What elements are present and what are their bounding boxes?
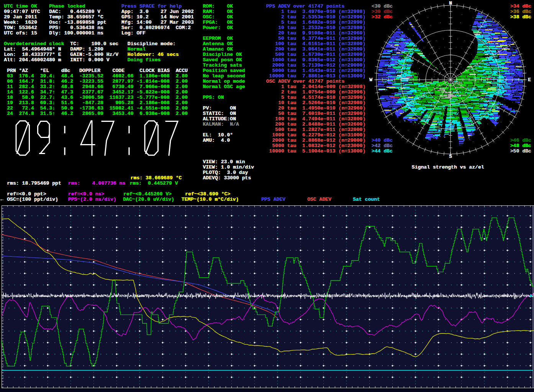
svg-text:13580: 13580 bbox=[452, 81, 462, 85]
